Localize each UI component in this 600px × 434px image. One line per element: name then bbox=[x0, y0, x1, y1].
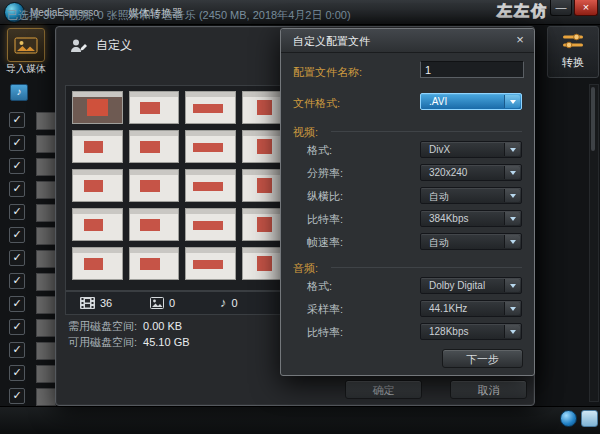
video-format-dropdown[interactable]: DivX bbox=[420, 141, 522, 158]
file-format-dropdown[interactable]: .AVI bbox=[420, 93, 522, 110]
media-thumbnail-sliver bbox=[36, 342, 56, 360]
field-label: 比特率: bbox=[307, 325, 343, 340]
chevron-down-icon bbox=[504, 143, 520, 156]
video-thumbnail[interactable] bbox=[185, 169, 236, 202]
video-thumbnail[interactable] bbox=[72, 169, 123, 202]
media-checkbox[interactable]: ✓ bbox=[9, 112, 25, 128]
minimize-button[interactable]: — bbox=[550, 0, 572, 16]
dropdown-value: .AVI bbox=[429, 96, 447, 107]
required-disk-value: 0.00 KB bbox=[143, 320, 182, 332]
dropdown-value: 128Kbps bbox=[429, 326, 468, 337]
audio-bitrate-dropdown[interactable]: 128Kbps bbox=[420, 323, 522, 340]
media-thumbnail-sliver bbox=[36, 112, 56, 130]
media-checkbox[interactable]: ✓ bbox=[9, 158, 25, 174]
next-button[interactable]: 下一步 bbox=[442, 349, 523, 368]
video-thumbnail[interactable] bbox=[72, 247, 123, 280]
media-thumbnail-sliver bbox=[36, 181, 56, 199]
media-checkbox[interactable]: ✓ bbox=[9, 388, 25, 404]
field-label: 分辨率: bbox=[307, 166, 343, 181]
profile-close-icon[interactable]: × bbox=[512, 32, 528, 48]
chevron-down-icon bbox=[504, 212, 520, 225]
main-scrollbar-handle[interactable] bbox=[591, 87, 595, 151]
profile-dialog-title: 自定义配置文件 bbox=[293, 34, 370, 49]
chevron-down-icon bbox=[504, 189, 520, 202]
dropdown-value: 384Kbps bbox=[429, 213, 468, 224]
media-thumbnail-sliver bbox=[36, 388, 56, 406]
media-checkbox[interactable]: ✓ bbox=[9, 319, 25, 335]
video-thumbnail[interactable] bbox=[129, 208, 180, 241]
watermark-text: 左左仿 bbox=[497, 2, 548, 21]
music-count-stat: ♪ 0 bbox=[220, 297, 276, 309]
resolution-dropdown[interactable]: 320x240 bbox=[420, 164, 522, 181]
video-thumbnail[interactable] bbox=[185, 91, 236, 124]
status-bar bbox=[0, 406, 600, 434]
audio-format-row: 格式: Dolby Digital bbox=[281, 277, 534, 295]
video-section-row: 视频: bbox=[281, 123, 534, 141]
framerate-dropdown[interactable]: 自动 bbox=[420, 233, 522, 250]
video-thumbnail[interactable] bbox=[185, 247, 236, 280]
film-icon bbox=[80, 297, 95, 309]
required-disk-label: 需用磁盘空间: bbox=[68, 320, 137, 332]
media-checkbox[interactable]: ✓ bbox=[9, 227, 25, 243]
media-checkbox[interactable]: ✓ bbox=[9, 135, 25, 151]
section-divider bbox=[331, 131, 522, 132]
video-thumbnail[interactable] bbox=[185, 208, 236, 241]
import-media-button[interactable] bbox=[7, 28, 45, 62]
dropdown-value: 自动 bbox=[429, 236, 449, 250]
dropdown-value: 自动 bbox=[429, 190, 449, 204]
sample-rate-dropdown[interactable]: 44.1KHz bbox=[420, 300, 522, 317]
required-disk-row: 需用磁盘空间:0.00 KB bbox=[68, 319, 182, 334]
profile-name-input[interactable] bbox=[420, 61, 524, 78]
ok-button[interactable]: 确定 bbox=[345, 380, 422, 399]
convert-label: 转换 bbox=[548, 55, 598, 70]
video-thumbnail[interactable] bbox=[185, 130, 236, 163]
media-stats-bar: 36 0 ♪ 0 bbox=[65, 291, 309, 315]
media-thumbnail-sliver bbox=[36, 296, 56, 314]
video-thumbnail[interactable] bbox=[129, 91, 180, 124]
video-thumbnail[interactable] bbox=[72, 208, 123, 241]
customize-dialog-title: 自定义 bbox=[96, 37, 132, 54]
convert-button[interactable]: 转换 bbox=[547, 26, 599, 78]
field-label: 比特率: bbox=[307, 212, 343, 227]
video-bitrate-row: 比特率: 384Kbps bbox=[281, 210, 534, 228]
field-label: 格式: bbox=[307, 143, 332, 158]
cancel-button[interactable]: 取消 bbox=[450, 380, 527, 399]
media-checkbox[interactable]: ✓ bbox=[9, 365, 25, 381]
media-checkbox[interactable]: ✓ bbox=[9, 250, 25, 266]
field-label: 帧速率: bbox=[307, 235, 343, 250]
thumbnail-grid bbox=[72, 91, 292, 283]
media-checkbox[interactable]: ✓ bbox=[9, 181, 25, 197]
device-icon[interactable] bbox=[581, 410, 598, 427]
media-checkbox[interactable]: ✓ bbox=[9, 273, 25, 289]
video-thumbnail[interactable] bbox=[72, 130, 123, 163]
aspect-ratio-dropdown[interactable]: 自动 bbox=[420, 187, 522, 204]
photo-count: 0 bbox=[169, 297, 175, 309]
video-format-row: 格式: DivX bbox=[281, 141, 534, 159]
profile-dialog: 自定义配置文件 × 配置文件名称: 文件格式: .AVI 视频: 格式: Div… bbox=[280, 28, 535, 376]
field-label: 纵横比: bbox=[307, 189, 343, 204]
close-button[interactable]: × bbox=[574, 0, 598, 16]
resolution-row: 分辨率: 320x240 bbox=[281, 164, 534, 182]
chevron-down-icon bbox=[504, 166, 520, 179]
main-scrollbar bbox=[589, 84, 599, 402]
video-bitrate-dropdown[interactable]: 384Kbps bbox=[420, 210, 522, 227]
media-checkbox[interactable]: ✓ bbox=[9, 204, 25, 220]
profile-name-label: 配置文件名称: bbox=[293, 65, 362, 80]
video-thumbnail[interactable] bbox=[72, 91, 123, 124]
audio-format-dropdown[interactable]: Dolby Digital bbox=[420, 277, 522, 294]
music-note-icon: ♪ bbox=[220, 297, 227, 309]
available-disk-row: 可用磁盘空间:45.10 GB bbox=[68, 335, 190, 350]
section-divider bbox=[331, 267, 522, 268]
photo-icon bbox=[150, 297, 164, 309]
video-thumbnail[interactable] bbox=[129, 247, 180, 280]
video-thumbnail[interactable] bbox=[129, 130, 180, 163]
video-thumbnail[interactable] bbox=[129, 169, 180, 202]
media-checkbox[interactable]: ✓ bbox=[9, 296, 25, 312]
media-checkbox[interactable]: ✓ bbox=[9, 342, 25, 358]
dropdown-value: 320x240 bbox=[429, 167, 467, 178]
media-thumbnail-sliver bbox=[36, 204, 56, 222]
file-format-label: 文件格式: bbox=[293, 96, 340, 111]
video-count-stat: 36 bbox=[80, 297, 136, 309]
dropdown-value: 44.1KHz bbox=[429, 303, 467, 314]
notification-icon[interactable] bbox=[560, 410, 577, 427]
